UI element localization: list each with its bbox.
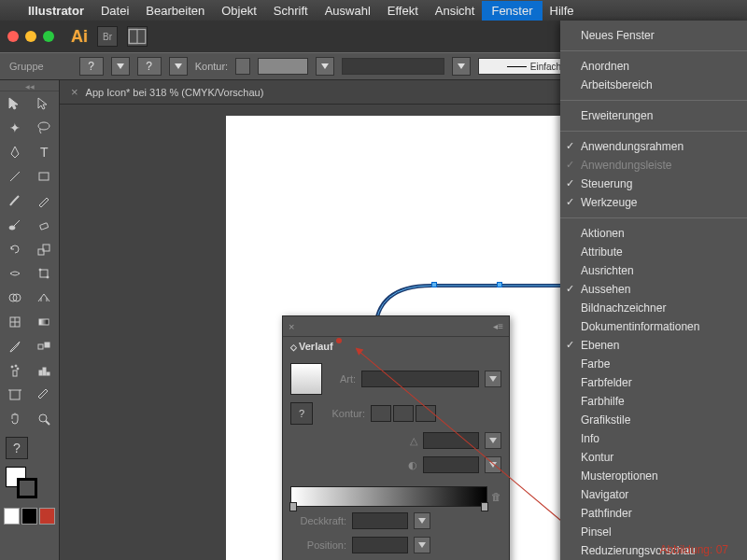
position-field[interactable]	[352, 537, 408, 553]
eraser-tool[interactable]	[30, 213, 60, 237]
eyedropper-tool[interactable]	[0, 334, 30, 358]
menu-anwendungsrahmen[interactable]: Anwendungsrahmen	[560, 137, 747, 156]
artboard-tool[interactable]	[0, 383, 30, 407]
column-graph-tool[interactable]	[30, 358, 60, 383]
zoom-window-button[interactable]	[43, 31, 54, 42]
paintbrush-tool[interactable]	[0, 189, 30, 213]
menu-ansicht[interactable]: Ansicht	[435, 4, 475, 18]
gradient-tool[interactable]	[30, 310, 60, 334]
menu-attribute[interactable]: Attribute	[560, 243, 747, 261]
panel-header[interactable]: × ◂≡	[283, 316, 509, 337]
panel-tab-title[interactable]: Verlauf	[283, 337, 509, 356]
mesh-tool[interactable]	[0, 310, 30, 334]
menu-neues-fenster[interactable]: Neues Fenster	[560, 26, 747, 45]
scale-tool[interactable]	[30, 237, 60, 261]
gradient-mode-button[interactable]	[21, 508, 37, 525]
gradient-type-field[interactable]	[361, 371, 479, 387]
blend-tool[interactable]	[30, 334, 60, 358]
menu-anwendungsleiste[interactable]: Anwendungsleiste	[560, 156, 747, 175]
type-tool[interactable]: T	[30, 140, 60, 164]
direct-selection-tool[interactable]	[30, 91, 60, 116]
aspect-ratio-field[interactable]	[423, 456, 479, 473]
stroke-dropdown[interactable]	[169, 57, 188, 76]
menu-auswahl[interactable]: Auswahl	[325, 4, 371, 18]
symbol-sprayer-tool[interactable]	[0, 358, 30, 383]
stroke-option-1[interactable]	[371, 405, 391, 422]
menu-pinsel[interactable]: Pinsel	[560, 523, 747, 541]
toolbox-help[interactable]: ?	[6, 437, 28, 459]
fill-swatch[interactable]: ?	[79, 57, 104, 76]
menu-kontur[interactable]: Kontur	[560, 448, 747, 467]
gradient-stop[interactable]	[289, 502, 297, 511]
menu-aussehen[interactable]: Aussehen	[560, 280, 747, 299]
menu-anordnen[interactable]: Anordnen	[560, 57, 747, 76]
stroke-weight-dropdown[interactable]	[316, 57, 334, 76]
pen-tool[interactable]	[0, 140, 30, 164]
menu-info[interactable]: Info	[560, 429, 747, 448]
perspective-grid-tool[interactable]	[30, 286, 60, 310]
stroke-weight-link[interactable]	[235, 58, 250, 75]
minimize-window-button[interactable]	[25, 31, 36, 42]
menu-farbfelder[interactable]: Farbfelder	[560, 373, 747, 392]
position-dropdown[interactable]	[414, 537, 430, 553]
menu-datei[interactable]: Datei	[101, 4, 129, 18]
menu-bearbeiten[interactable]: Bearbeiten	[146, 4, 204, 18]
menu-werkzeuge[interactable]: Werkzeuge	[560, 193, 747, 212]
shape-builder-tool[interactable]	[0, 286, 30, 310]
menu-farbhilfe[interactable]: Farbhilfe	[560, 392, 747, 411]
variable-width-field[interactable]	[342, 58, 444, 75]
menu-pathfinder[interactable]: Pathfinder	[560, 504, 747, 523]
menu-steuerung[interactable]: Steuerung	[560, 175, 747, 193]
bridge-button[interactable]: Br	[97, 26, 118, 47]
menu-schrift[interactable]: Schrift	[274, 4, 308, 18]
blob-brush-tool[interactable]	[0, 213, 30, 237]
selection-tool[interactable]	[0, 91, 30, 116]
anchor-point[interactable]	[497, 282, 502, 287]
menu-fenster[interactable]: Fenster	[482, 1, 542, 21]
menu-aktionen[interactable]: Aktionen	[560, 224, 747, 243]
none-mode-button[interactable]	[39, 508, 55, 525]
variable-width-dropdown[interactable]	[452, 57, 471, 76]
zoom-tool[interactable]	[30, 407, 60, 431]
stroke-option-2[interactable]	[393, 405, 414, 422]
menu-arbeitsbereich[interactable]: Arbeitsbereich	[560, 76, 747, 94]
pencil-tool[interactable]	[30, 189, 60, 213]
color-mode-button[interactable]	[4, 508, 20, 525]
gradient-preview[interactable]	[290, 363, 322, 395]
opacity-dropdown[interactable]	[414, 512, 430, 529]
panel-close-icon[interactable]: ×	[289, 321, 294, 332]
close-tab-icon[interactable]: ×	[71, 85, 78, 99]
stroke-indicator[interactable]	[17, 478, 37, 498]
panel-help[interactable]: ?	[290, 402, 313, 425]
menu-hilfe[interactable]: Hilfe	[550, 4, 574, 18]
opacity-field[interactable]	[352, 512, 408, 529]
trash-icon[interactable]: 🗑	[491, 491, 501, 502]
stroke-swatch[interactable]: ?	[137, 57, 162, 76]
lasso-tool[interactable]	[30, 116, 60, 140]
menu-ausrichten[interactable]: Ausrichten	[560, 261, 747, 280]
stroke-weight-field[interactable]	[258, 58, 308, 75]
free-transform-tool[interactable]	[30, 261, 60, 286]
brush-profile[interactable]: Einfach	[478, 58, 562, 75]
close-window-button[interactable]	[7, 31, 19, 42]
panel-menu-icon[interactable]: ◂≡	[493, 321, 503, 331]
menu-bildnachzeichner[interactable]: Bildnachzeichner	[560, 299, 747, 317]
rectangle-tool[interactable]	[30, 164, 60, 189]
angle-field[interactable]	[423, 432, 479, 449]
line-tool[interactable]	[0, 164, 30, 189]
menu-grafikstile[interactable]: Grafikstile	[560, 411, 747, 429]
magic-wand-tool[interactable]: ✦	[0, 116, 30, 140]
anchor-point[interactable]	[431, 282, 437, 287]
menu-farbe[interactable]: Farbe	[560, 355, 747, 373]
width-tool[interactable]	[0, 261, 30, 286]
menu-objekt[interactable]: Objekt	[221, 4, 257, 18]
menu-ebenen[interactable]: Ebenen	[560, 336, 747, 355]
gradient-type-dropdown[interactable]	[485, 371, 501, 387]
menu-musteroptionen[interactable]: Musteroptionen	[560, 467, 747, 485]
fill-dropdown[interactable]	[111, 57, 130, 76]
hand-tool[interactable]	[0, 407, 30, 431]
gradient-stop[interactable]	[481, 502, 488, 511]
menu-dokumentinformationen[interactable]: Dokumentinformationen	[560, 317, 747, 336]
toolbox-handle[interactable]: ◀◀	[0, 84, 59, 91]
menu-effekt[interactable]: Effekt	[388, 4, 418, 18]
